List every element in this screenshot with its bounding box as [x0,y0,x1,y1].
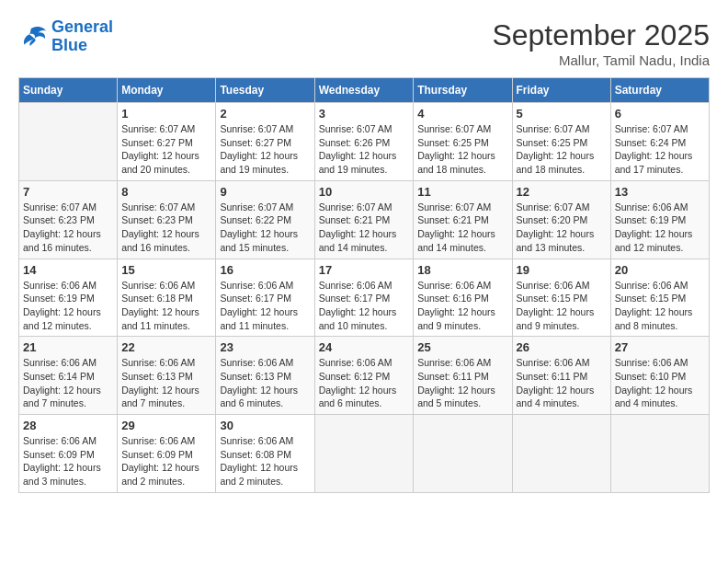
day-number: 12 [517,185,607,199]
calendar-cell [610,415,709,493]
day-info: Sunrise: 6:07 AM Sunset: 6:23 PM Dayligh… [121,201,211,255]
calendar-week-row: 7Sunrise: 6:07 AM Sunset: 6:23 PM Daylig… [19,180,710,259]
day-info: Sunrise: 6:07 AM Sunset: 6:26 PM Dayligh… [319,122,410,177]
calendar-cell: 12Sunrise: 6:07 AM Sunset: 6:20 PM Dayli… [512,180,610,259]
day-info: Sunrise: 6:06 AM Sunset: 6:13 PM Dayligh… [121,356,211,410]
day-info: Sunrise: 6:07 AM Sunset: 6:20 PM Dayligh… [517,201,607,255]
day-number: 9 [220,185,310,199]
day-number: 27 [615,340,705,354]
month-title: September 2025 [492,18,710,52]
logo-icon [18,24,48,50]
day-number: 24 [319,340,410,354]
day-number: 22 [121,340,211,354]
logo: General Blue [18,18,113,55]
title-block: September 2025 Mallur, Tamil Nadu, India [492,18,710,68]
day-info: Sunrise: 6:06 AM Sunset: 6:15 PM Dayligh… [615,279,705,333]
day-number: 11 [417,185,507,199]
calendar-cell: 24Sunrise: 6:06 AM Sunset: 6:12 PM Dayli… [314,337,414,415]
col-header-saturday: Saturday [610,78,709,103]
day-number: 3 [319,107,410,121]
day-info: Sunrise: 6:06 AM Sunset: 6:11 PM Dayligh… [517,356,607,410]
day-info: Sunrise: 6:06 AM Sunset: 6:17 PM Dayligh… [319,279,410,333]
day-info: Sunrise: 6:07 AM Sunset: 6:22 PM Dayligh… [220,201,310,255]
calendar-cell: 2Sunrise: 6:07 AM Sunset: 6:27 PM Daylig… [216,103,314,181]
calendar-cell: 25Sunrise: 6:06 AM Sunset: 6:11 PM Dayli… [414,337,512,415]
day-number: 14 [23,263,113,277]
day-number: 21 [23,340,113,354]
day-info: Sunrise: 6:07 AM Sunset: 6:21 PM Dayligh… [319,201,410,255]
calendar-cell: 23Sunrise: 6:06 AM Sunset: 6:13 PM Dayli… [216,337,314,415]
col-header-monday: Monday [118,78,216,103]
calendar-cell: 26Sunrise: 6:06 AM Sunset: 6:11 PM Dayli… [512,337,610,415]
calendar-cell: 15Sunrise: 6:06 AM Sunset: 6:18 PM Dayli… [118,259,216,337]
calendar-cell [19,103,118,181]
day-number: 1 [121,107,211,121]
calendar-cell [512,415,610,493]
calendar-cell: 28Sunrise: 6:06 AM Sunset: 6:09 PM Dayli… [19,415,118,493]
calendar-cell: 13Sunrise: 6:06 AM Sunset: 6:19 PM Dayli… [610,180,709,259]
day-number: 29 [121,419,211,432]
day-info: Sunrise: 6:07 AM Sunset: 6:23 PM Dayligh… [23,201,113,255]
location-subtitle: Mallur, Tamil Nadu, India [492,52,710,68]
calendar-week-row: 21Sunrise: 6:06 AM Sunset: 6:14 PM Dayli… [19,337,710,415]
day-info: Sunrise: 6:06 AM Sunset: 6:10 PM Dayligh… [615,356,705,410]
calendar-cell: 19Sunrise: 6:06 AM Sunset: 6:15 PM Dayli… [512,259,610,337]
calendar-cell: 1Sunrise: 6:07 AM Sunset: 6:27 PM Daylig… [118,103,216,181]
day-number: 10 [319,185,410,199]
day-number: 23 [220,340,310,354]
calendar-cell: 22Sunrise: 6:06 AM Sunset: 6:13 PM Dayli… [118,337,216,415]
day-info: Sunrise: 6:07 AM Sunset: 6:24 PM Dayligh… [615,122,705,177]
day-info: Sunrise: 6:07 AM Sunset: 6:27 PM Dayligh… [220,122,310,177]
calendar-cell: 10Sunrise: 6:07 AM Sunset: 6:21 PM Dayli… [314,180,414,259]
col-header-tuesday: Tuesday [216,78,314,103]
calendar-week-row: 14Sunrise: 6:06 AM Sunset: 6:19 PM Dayli… [19,259,710,337]
day-number: 2 [220,107,310,121]
day-info: Sunrise: 6:06 AM Sunset: 6:17 PM Dayligh… [220,279,310,333]
day-info: Sunrise: 6:06 AM Sunset: 6:11 PM Dayligh… [417,356,507,410]
col-header-friday: Friday [512,78,610,103]
calendar-cell: 17Sunrise: 6:06 AM Sunset: 6:17 PM Dayli… [314,259,414,337]
day-info: Sunrise: 6:06 AM Sunset: 6:12 PM Dayligh… [319,356,410,410]
day-number: 30 [220,419,310,432]
day-info: Sunrise: 6:06 AM Sunset: 6:09 PM Dayligh… [23,434,113,488]
calendar-cell: 21Sunrise: 6:06 AM Sunset: 6:14 PM Dayli… [19,337,118,415]
day-number: 13 [615,185,705,199]
calendar-cell: 6Sunrise: 6:07 AM Sunset: 6:24 PM Daylig… [610,103,709,181]
day-number: 18 [417,263,507,277]
calendar-cell: 5Sunrise: 6:07 AM Sunset: 6:25 PM Daylig… [512,103,610,181]
day-number: 26 [517,340,607,354]
day-info: Sunrise: 6:07 AM Sunset: 6:21 PM Dayligh… [417,201,507,255]
day-number: 4 [417,107,507,121]
calendar-cell: 29Sunrise: 6:06 AM Sunset: 6:09 PM Dayli… [118,415,216,493]
day-info: Sunrise: 6:06 AM Sunset: 6:16 PM Dayligh… [417,279,507,333]
day-number: 19 [517,263,607,277]
logo-text: General Blue [51,18,113,55]
day-info: Sunrise: 6:06 AM Sunset: 6:14 PM Dayligh… [23,356,113,410]
day-number: 28 [23,419,113,432]
day-number: 20 [615,263,705,277]
day-info: Sunrise: 6:06 AM Sunset: 6:15 PM Dayligh… [517,279,607,333]
calendar-week-row: 1Sunrise: 6:07 AM Sunset: 6:27 PM Daylig… [19,103,710,181]
day-info: Sunrise: 6:07 AM Sunset: 6:25 PM Dayligh… [417,122,507,177]
calendar-cell: 18Sunrise: 6:06 AM Sunset: 6:16 PM Dayli… [414,259,512,337]
col-header-wednesday: Wednesday [314,78,414,103]
calendar-cell: 14Sunrise: 6:06 AM Sunset: 6:19 PM Dayli… [19,259,118,337]
day-number: 6 [615,107,705,121]
calendar-cell: 7Sunrise: 6:07 AM Sunset: 6:23 PM Daylig… [19,180,118,259]
col-header-sunday: Sunday [19,78,118,103]
calendar-header-row: SundayMondayTuesdayWednesdayThursdayFrid… [19,78,710,103]
calendar-cell: 16Sunrise: 6:06 AM Sunset: 6:17 PM Dayli… [216,259,314,337]
day-info: Sunrise: 6:06 AM Sunset: 6:19 PM Dayligh… [615,201,705,255]
calendar-cell: 27Sunrise: 6:06 AM Sunset: 6:10 PM Dayli… [610,337,709,415]
calendar-cell: 3Sunrise: 6:07 AM Sunset: 6:26 PM Daylig… [314,103,414,181]
calendar-week-row: 28Sunrise: 6:06 AM Sunset: 6:09 PM Dayli… [19,415,710,493]
day-info: Sunrise: 6:06 AM Sunset: 6:18 PM Dayligh… [121,279,211,333]
calendar-cell: 11Sunrise: 6:07 AM Sunset: 6:21 PM Dayli… [414,180,512,259]
day-number: 8 [121,185,211,199]
day-number: 5 [517,107,607,121]
day-info: Sunrise: 6:06 AM Sunset: 6:09 PM Dayligh… [121,434,211,488]
day-number: 16 [220,263,310,277]
calendar-table: SundayMondayTuesdayWednesdayThursdayFrid… [18,77,710,493]
calendar-cell [314,415,414,493]
day-info: Sunrise: 6:07 AM Sunset: 6:27 PM Dayligh… [121,122,211,177]
